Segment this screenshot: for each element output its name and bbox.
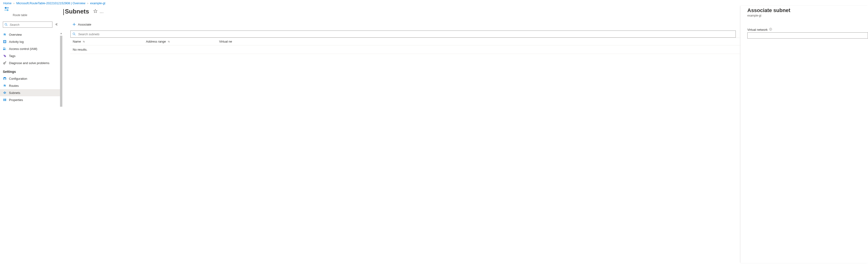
diagnose-icon [3,61,7,65]
tags-icon [3,54,7,58]
associate-subnet-panel: Associate subnet example-gt Virtual netw… [741,6,868,263]
sidebar-item-configuration[interactable]: Configuration [0,75,61,82]
column-address-range[interactable]: Address range [146,40,219,43]
svg-rect-5 [4,41,5,42]
sidebar-item-label: Routes [9,84,19,87]
sort-icon [83,40,85,43]
svg-rect-18 [5,99,6,101]
vnet-field-label: Virtual network [747,28,868,31]
plus-icon [72,23,76,26]
svg-rect-6 [4,42,5,42]
sidebar-item-diagnose[interactable]: Diagnose and solve problems [0,59,61,67]
sidebar-item-label: Access control (IAM) [9,47,37,51]
sort-icon [167,40,170,43]
breadcrumb-level1[interactable]: Microsoft.RouteTable-20221012152908 | Ov… [16,1,85,5]
svg-rect-4 [4,41,6,43]
info-icon[interactable] [769,28,772,31]
main-content: Associate Name Address range Virtual ne [61,6,741,263]
svg-point-15 [4,93,5,93]
configuration-icon [3,77,7,80]
breadcrumb-current: example-gt [90,1,105,5]
column-address-label: Address range [146,40,166,43]
search-icon [4,23,8,26]
associate-button[interactable]: Associate [70,22,93,27]
svg-point-21 [73,33,75,35]
svg-point-9 [4,55,4,56]
svg-rect-17 [4,99,5,101]
associate-button-label: Associate [78,23,91,26]
svg-point-8 [5,48,6,49]
sidebar-item-routes[interactable]: Routes [0,82,61,89]
column-name[interactable]: Name [73,40,146,43]
flyout-subtitle: example-gt [747,14,868,17]
subnets-grid: Name Address range Virtual ne No results… [70,37,741,54]
sidebar-item-label: Configuration [9,77,27,80]
breadcrumb: Home › Microsoft.RouteTable-202210121529… [0,0,868,6]
subnets-icon [3,91,7,95]
sidebar-item-label: Properties [9,98,23,102]
svg-point-7 [4,48,4,49]
sidebar-item-properties[interactable]: Properties [0,96,61,103]
chevron-right-icon: › [87,1,88,5]
grid-empty-row: No results. [70,46,741,54]
sidebar-search[interactable] [3,22,53,28]
chevron-right-icon: › [13,1,14,5]
svg-rect-16 [4,99,4,101]
properties-icon [3,98,7,102]
subnets-search-input[interactable] [78,32,734,36]
svg-rect-13 [4,77,5,78]
sidebar-item-label: Overview [9,33,22,36]
svg-rect-12 [4,78,6,79]
sidebar-item-activity-log[interactable]: Activity log [0,38,61,45]
toolbar: Associate [70,21,741,30]
sidebar-item-label: Activity log [9,40,24,44]
breadcrumb-home[interactable]: Home [3,1,11,5]
sidebar-section-settings: Settings [0,67,61,75]
sidebar-item-label: Diagnose and solve problems [9,61,49,65]
iam-icon [3,47,7,51]
sidebar-item-label: Tags [9,54,16,58]
grid-header: Name Address range Virtual ne [70,38,741,46]
search-icon [72,32,76,36]
collapse-sidebar-icon[interactable] [55,23,58,27]
column-virtual-network[interactable]: Virtual ne [219,40,738,43]
subnets-search[interactable] [70,30,736,37]
flyout-title: Associate subnet [747,7,868,14]
sidebar-item-subnets[interactable]: Subnets [0,89,61,96]
vnet-field-label-text: Virtual network [747,28,768,31]
svg-line-2 [7,25,7,26]
grid-empty-text: No results. [73,48,87,51]
vnet-dropdown[interactable] [747,32,868,38]
column-name-label: Name [73,40,81,43]
overview-icon [3,33,7,36]
sidebar: ▲ Overview Activity log Access control (… [0,6,61,263]
sidebar-item-label: Subnets [9,91,20,95]
sidebar-search-input[interactable] [9,23,51,27]
svg-point-1 [5,23,7,25]
sidebar-item-tags[interactable]: Tags [0,52,61,59]
column-vnet-label: Virtual ne [219,40,232,43]
svg-line-22 [74,34,75,35]
sidebar-item-iam[interactable]: Access control (IAM) [0,45,61,52]
routes-icon [3,84,7,87]
activity-log-icon [3,40,7,44]
sidebar-item-overview[interactable]: Overview [0,31,61,38]
